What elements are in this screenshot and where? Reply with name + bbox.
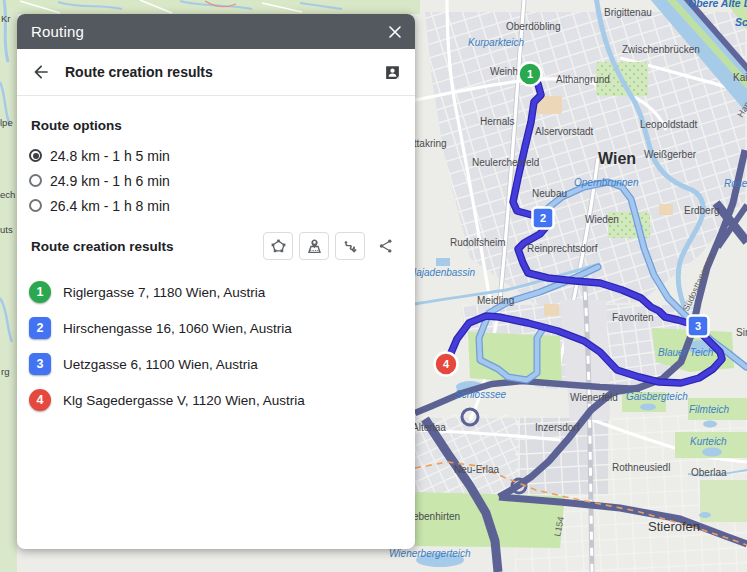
- routing-panel: Routing Route creation results: [17, 14, 415, 549]
- map-label: Althangrund: [556, 74, 610, 85]
- map-label: Wien: [598, 150, 636, 167]
- waypoint-badge-2: 2: [29, 317, 51, 339]
- subheader-title: Route creation results: [65, 64, 370, 80]
- map-label: Oberdöbling: [506, 21, 560, 32]
- waypoint-row-4[interactable]: 4Klg Sagedergasse V, 1120 Wien, Austria: [29, 382, 401, 418]
- map-label: rg: [1, 366, 9, 377]
- map-label: Neu-Erlaa: [454, 464, 499, 475]
- contacts-button[interactable]: [384, 64, 401, 81]
- map-label: Opernbrunnen: [574, 177, 639, 188]
- results-heading-row: Route creation results: [29, 232, 401, 260]
- panel-title: Routing: [31, 23, 387, 40]
- radio-icon[interactable]: [29, 199, 42, 212]
- route-options-list: 24.8 km - 1 h 5 min24.9 km - 1 h 6 min26…: [29, 143, 401, 218]
- panel-header: Routing: [17, 14, 415, 49]
- map-label: Filmteich: [689, 404, 729, 415]
- route-option-2[interactable]: 24.9 km - 1 h 6 min: [29, 168, 401, 193]
- map-label: Brigittenau: [604, 7, 652, 18]
- share-button[interactable]: [371, 232, 401, 260]
- map-label: Meidling: [477, 295, 514, 306]
- map-label: Neulerchenfeld: [472, 157, 539, 168]
- map-label: Schie: [735, 16, 747, 28]
- route-option-label: 24.9 km - 1 h 6 min: [50, 173, 170, 189]
- waypoint-badge-1: 1: [29, 281, 51, 303]
- map-label: Rosen: [724, 178, 747, 189]
- map-label: Schlosssee: [455, 389, 507, 400]
- map-label: Najadenbassin: [409, 267, 476, 278]
- map-label: Kurteich: [690, 436, 727, 447]
- map-marker-4[interactable]: 4: [435, 353, 458, 376]
- close-icon: [387, 24, 403, 40]
- route-arrow-icon: [341, 237, 360, 256]
- map-label: Wienerbergerteich: [389, 548, 471, 559]
- map-label: Kurparkteich: [468, 37, 525, 48]
- radio-icon[interactable]: [29, 174, 42, 187]
- panel-content: Route options 24.8 km - 1 h 5 min24.9 km…: [17, 96, 415, 418]
- map-label: Sim: [736, 327, 747, 338]
- waypoint-address: Riglergasse 7, 1180 Wien, Austria: [63, 285, 265, 300]
- map-label: Inzersdorf: [535, 422, 580, 433]
- draw-polygon-button[interactable]: [263, 232, 293, 260]
- waypoint-badge-3: 3: [29, 353, 51, 375]
- map-label: Rothneusiedl: [612, 462, 670, 473]
- map-label: Stierofen: [648, 519, 700, 534]
- waypoint-row-1[interactable]: 1Riglergasse 7, 1180 Wien, Austria: [29, 274, 401, 310]
- map-label: Kaise: [733, 72, 747, 83]
- map-label: Gaisbergteich: [626, 391, 688, 402]
- share-icon: [377, 237, 395, 255]
- route-options-heading: Route options: [31, 118, 401, 133]
- route-arrow-button[interactable]: [335, 232, 365, 260]
- map-marker-1[interactable]: 1: [519, 63, 542, 86]
- waypoint-address: Klg Sagedergasse V, 1120 Wien, Austria: [63, 393, 305, 408]
- map-label: Alservorstadt: [535, 126, 594, 137]
- panel-subheader: Route creation results: [17, 49, 415, 96]
- waypoint-badge-4: 4: [29, 389, 51, 411]
- route-option-3[interactable]: 26.4 km - 1 h 8 min: [29, 193, 401, 218]
- map-label: ech: [0, 189, 15, 200]
- map-label: Rudolfsheim: [450, 237, 506, 248]
- marker-on-map-button[interactable]: [299, 232, 329, 260]
- waypoint-address: Uetzgasse 6, 1100 Wien, Austria: [63, 357, 258, 372]
- map-marker-2[interactable]: 2: [533, 208, 554, 229]
- close-button[interactable]: [387, 24, 403, 40]
- map-label: Zwischenbrücken: [622, 44, 700, 55]
- map-label: Obere Alte Do: [688, 0, 747, 9]
- map-label: Neubau: [532, 188, 567, 199]
- map-label: lpe: [0, 117, 13, 128]
- map-label: Favoriten: [612, 312, 654, 323]
- marker-number: 3: [695, 320, 701, 332]
- waypoint-list: 1Riglergasse 7, 1180 Wien, Austria2Hirsc…: [29, 274, 401, 418]
- map-label: Wieden: [585, 214, 619, 225]
- draw-polygon-icon: [269, 237, 288, 256]
- map-top-strip: [0, 0, 420, 14]
- marker-number: 4: [443, 358, 450, 370]
- route-option-1[interactable]: 24.8 km - 1 h 5 min: [29, 143, 401, 168]
- marker-on-map-icon: [305, 237, 324, 256]
- map-label: Wienerfeld: [570, 392, 618, 403]
- radio-selected-icon[interactable]: [29, 149, 42, 162]
- waypoint-address: Hirschengasse 16, 1060 Wien, Austria: [63, 321, 292, 336]
- map-label: Leopoldstadt: [640, 119, 697, 130]
- contact-card-icon: [384, 64, 401, 81]
- back-arrow-icon: [31, 62, 51, 82]
- route-option-label: 26.4 km - 1 h 8 min: [50, 198, 170, 214]
- marker-number: 2: [540, 212, 546, 224]
- map-label: Kr: [1, 13, 11, 24]
- results-heading: Route creation results: [31, 239, 263, 254]
- map-marker-3[interactable]: 3: [688, 316, 709, 337]
- map-label: Oberlaa: [691, 467, 727, 478]
- map-label: Hernals: [480, 116, 514, 127]
- app-window: OberdöblingBrigittenauZwischenbrückenObe…: [0, 0, 747, 572]
- back-button[interactable]: [31, 62, 51, 82]
- waypoint-row-3[interactable]: 3Uetzgasse 6, 1100 Wien, Austria: [29, 346, 401, 382]
- map-label: Erdberg: [684, 205, 720, 216]
- waypoint-row-2[interactable]: 2Hirschengasse 16, 1060 Wien, Austria: [29, 310, 401, 346]
- route-option-label: 24.8 km - 1 h 5 min: [50, 148, 170, 164]
- map-label: Weißgerber: [644, 149, 697, 160]
- map-label: Alterlaa: [412, 422, 446, 433]
- map-label: Reinprechtsdorf: [527, 243, 598, 254]
- map-label: Blauer Teich: [658, 347, 714, 358]
- marker-number: 1: [527, 68, 533, 80]
- results-toolbar: [263, 232, 401, 260]
- map-label: uts: [0, 224, 13, 235]
